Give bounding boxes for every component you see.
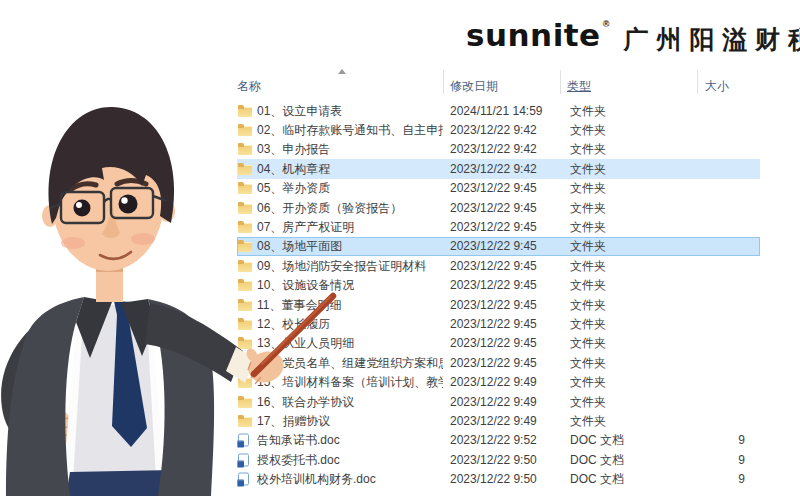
- file-name: 04、机构章程: [257, 160, 330, 177]
- suit-left-arm: [1, 308, 76, 446]
- column-divider[interactable]: [697, 70, 698, 94]
- column-divider[interactable]: [560, 70, 561, 94]
- file-name: 05、举办资质: [257, 180, 330, 197]
- file-row[interactable]: 10、设施设备情况 2023/12/22 9:45 文件夹: [230, 276, 800, 295]
- folder-icon: [238, 240, 252, 252]
- file-modified-date: 2023/12/22 9:45: [450, 356, 537, 370]
- file-modified-date: 2023/12/22 9:45: [450, 181, 537, 195]
- file-modified-date: 2023/12/22 9:42: [450, 142, 537, 156]
- file-row[interactable]: 13、从业人员明细 2023/12/22 9:45 文件夹: [230, 334, 800, 353]
- file-row[interactable]: 01、设立申请表 2024/11/21 14:59 文件夹: [230, 101, 800, 120]
- file-type: 文件夹: [570, 180, 606, 197]
- suit-right-arm: [145, 303, 243, 382]
- eye-left: [74, 200, 91, 217]
- column-divider[interactable]: [443, 70, 444, 94]
- file-name: 02、临时存款账号通知书、自主申报通...: [257, 122, 443, 139]
- vest: [72, 304, 157, 496]
- file-rows: 01、设立申请表 2024/11/21 14:59 文件夹 02、临时存款账号通…: [230, 101, 800, 489]
- file-modified-date: 2023/12/22 9:50: [450, 472, 537, 486]
- file-type: 文件夹: [570, 199, 606, 216]
- file-row[interactable]: 告知承诺书.doc 2023/12/22 9:52 DOC 文档 9: [230, 431, 800, 450]
- file-modified-date: 2023/12/22 9:45: [450, 278, 537, 292]
- file-name: 06、开办资质（验资报告）: [257, 199, 402, 216]
- folder-icon: [238, 357, 252, 369]
- file-row[interactable]: 16、联合办学协议 2023/12/22 9:49 文件夹: [230, 392, 800, 411]
- file-modified-date: 2023/12/22 9:45: [450, 317, 537, 331]
- file-row[interactable]: 校外培训机构财务.doc 2023/12/22 9:50 DOC 文档 9: [230, 469, 800, 488]
- file-type: DOC 文档: [570, 451, 624, 468]
- file-row[interactable]: 03、申办报告 2023/12/22 9:42 文件夹: [230, 140, 800, 159]
- file-type: 文件夹: [570, 141, 606, 158]
- file-name: 16、联合办学协议: [257, 393, 354, 410]
- file-name: 13、从业人员明细: [257, 335, 354, 352]
- file-modified-date: 2023/12/22 9:50: [450, 453, 537, 467]
- column-header-size[interactable]: 大小: [705, 78, 729, 95]
- file-name: 07、房产产权证明: [257, 219, 354, 236]
- registered-trademark-icon: ®: [603, 19, 610, 29]
- file-name: 授权委托书.doc: [257, 451, 340, 468]
- file-modified-date: 2023/12/22 9:45: [450, 298, 537, 312]
- file-type: 文件夹: [570, 238, 606, 255]
- file-type: 文件夹: [570, 412, 606, 429]
- file-row[interactable]: 02、临时存款账号通知书、自主申报通... 2023/12/22 9:42 文件…: [230, 120, 800, 139]
- pants: [66, 470, 178, 496]
- file-row[interactable]: 12、校长履历 2023/12/22 9:45 文件夹: [230, 314, 800, 333]
- glasses: [50, 188, 167, 223]
- eye-right: [119, 195, 138, 214]
- file-size: 9: [685, 472, 745, 486]
- file-modified-date: 2023/12/22 9:42: [450, 123, 537, 137]
- file-modified-date: 2023/12/22 9:52: [450, 433, 537, 447]
- column-header-type[interactable]: 类型: [567, 78, 591, 95]
- doc-icon: [238, 473, 249, 486]
- file-type: 文件夹: [570, 102, 606, 119]
- folder-icon: [238, 396, 252, 408]
- collar-left: [82, 295, 114, 319]
- column-header-date[interactable]: 修改日期: [450, 78, 498, 95]
- file-row[interactable]: 07、房产产权证明 2023/12/22 9:45 文件夹: [230, 217, 800, 236]
- lapel-left: [76, 297, 112, 358]
- file-row[interactable]: 08、场地平面图 2023/12/22 9:45 文件夹: [230, 237, 800, 256]
- lapel-right: [121, 299, 155, 356]
- file-modified-date: 2023/12/22 9:49: [450, 414, 537, 428]
- eyebrow-left: [70, 184, 96, 190]
- file-row[interactable]: 14、党员名单、组建党组织方案和思路 2023/12/22 9:45 文件夹: [230, 353, 800, 372]
- folder-icon: [238, 124, 252, 136]
- file-type: 文件夹: [570, 315, 606, 332]
- file-row[interactable]: 05、举办资质 2023/12/22 9:45 文件夹: [230, 179, 800, 198]
- folder-icon: [238, 260, 252, 272]
- file-list: 名称 修改日期 类型 大小 01、设立申请表 2024/11/21 14:59 …: [230, 68, 800, 496]
- ear-right: [159, 200, 175, 222]
- ear-left: [42, 205, 58, 227]
- folder-icon: [238, 182, 252, 194]
- file-modified-date: 2023/12/22 9:49: [450, 395, 537, 409]
- file-type: 文件夹: [570, 393, 606, 410]
- file-type: 文件夹: [570, 257, 606, 274]
- column-header-name[interactable]: 名称: [237, 78, 261, 95]
- file-type: 文件夹: [570, 296, 606, 313]
- file-row[interactable]: 15、培训材料备案（培训计划、教学大... 2023/12/22 9:49 文件…: [230, 372, 800, 391]
- shirt: [62, 298, 166, 496]
- file-row[interactable]: 授权委托书.doc 2023/12/22 9:50 DOC 文档 9: [230, 450, 800, 469]
- file-type: 文件夹: [570, 219, 606, 236]
- folder-icon: [238, 105, 252, 117]
- folder-icon: [238, 279, 252, 291]
- file-row[interactable]: 06、开办资质（验资报告） 2023/12/22 9:45 文件夹: [230, 198, 800, 217]
- file-type: 文件夹: [570, 374, 606, 391]
- file-row[interactable]: 04、机构章程 2023/12/22 9:42 文件夹: [230, 159, 800, 178]
- jacket-left: [6, 297, 84, 496]
- folder-icon: [238, 318, 252, 330]
- folder-icon: [238, 163, 252, 175]
- collar-right: [122, 297, 152, 319]
- left-hand: [47, 411, 73, 445]
- folder-icon: [238, 376, 252, 388]
- sort-ascending-icon: [338, 69, 346, 74]
- file-row[interactable]: 11、董事会明细 2023/12/22 9:45 文件夹: [230, 295, 800, 314]
- file-row[interactable]: 17、捐赠协议 2023/12/22 9:49 文件夹: [230, 411, 800, 430]
- tie: [112, 301, 147, 447]
- screen: { "logo": { "brand": "sunnite", "registe…: [0, 0, 800, 496]
- file-modified-date: 2023/12/22 9:45: [450, 336, 537, 350]
- file-name: 03、申办报告: [257, 141, 330, 158]
- file-row[interactable]: 09、场地消防安全报告证明材料 2023/12/22 9:45 文件夹: [230, 256, 800, 275]
- file-type: 文件夹: [570, 354, 606, 371]
- file-size: 9: [685, 433, 745, 447]
